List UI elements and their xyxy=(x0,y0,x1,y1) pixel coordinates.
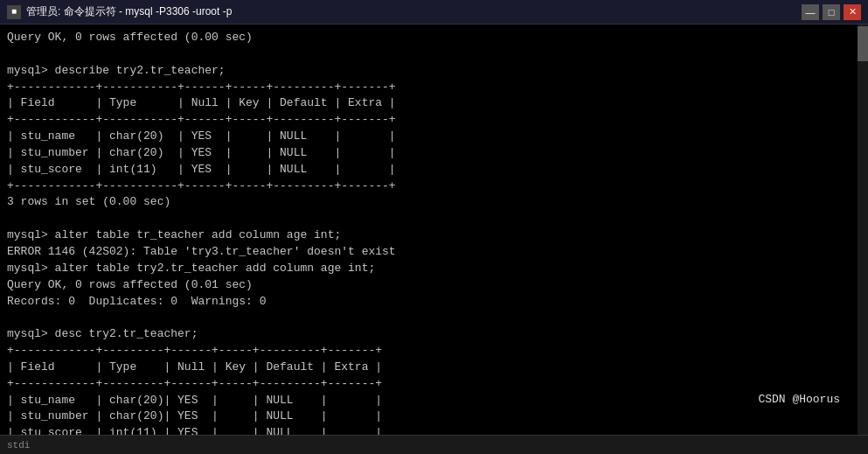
icon-symbol: ■ xyxy=(11,7,17,17)
close-button[interactable]: ✕ xyxy=(844,4,861,20)
terminal-body[interactable]: Query OK, 0 rows affected (0.00 sec) mys… xyxy=(0,24,858,435)
status-left: stdi xyxy=(7,440,30,451)
terminal-content: Query OK, 0 rows affected (0.00 sec) mys… xyxy=(7,30,851,435)
terminal-icon: ■ xyxy=(7,5,21,19)
scrollbar-thumb[interactable] xyxy=(858,26,868,61)
title-bar-left: ■ 管理员: 命令提示符 - mysql -P3306 -uroot -p xyxy=(7,4,232,19)
status-bar: stdi xyxy=(0,435,868,454)
window-controls: — □ ✕ xyxy=(802,4,861,20)
title-bar: ■ 管理员: 命令提示符 - mysql -P3306 -uroot -p — … xyxy=(0,0,868,24)
minimize-button[interactable]: — xyxy=(802,4,819,20)
maximize-button[interactable]: □ xyxy=(823,4,840,20)
scrollbar[interactable] xyxy=(858,24,868,435)
watermark: CSDN @Hoorus xyxy=(758,392,840,409)
window-title: 管理员: 命令提示符 - mysql -P3306 -uroot -p xyxy=(26,4,232,19)
